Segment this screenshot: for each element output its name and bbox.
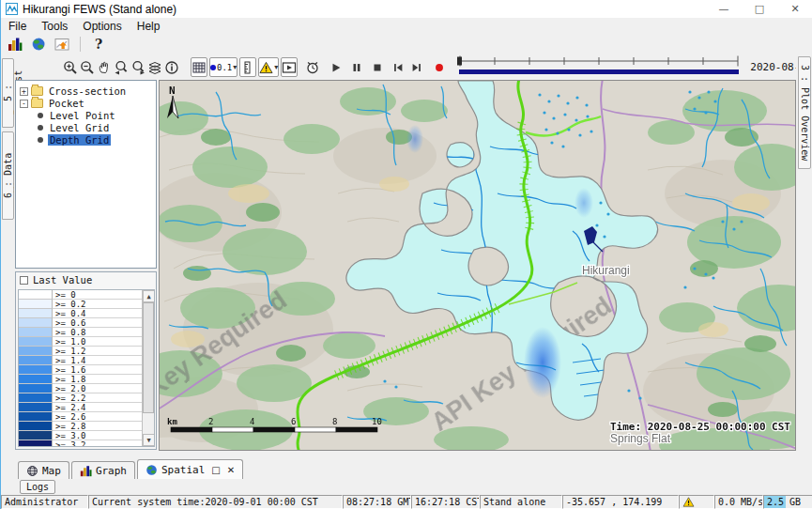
step-forward-button[interactable]	[410, 58, 423, 76]
stop-icon	[371, 61, 384, 74]
help-button[interactable]: ?	[88, 35, 109, 54]
layers-icon	[147, 60, 162, 75]
color-swatch	[19, 337, 53, 347]
color-swatch	[19, 365, 53, 375]
color-swatch	[19, 347, 53, 356]
logs-row: Logs	[1, 479, 812, 495]
status-bar: Administrator Current system time:2020-0…	[1, 495, 812, 509]
menu-help[interactable]: Help	[130, 19, 168, 34]
legend-row[interactable]: >= 1.6	[19, 365, 154, 375]
expand-icon[interactable]: +	[20, 87, 28, 96]
scroll-up-icon[interactable]: ▲	[143, 290, 155, 302]
pan-button[interactable]	[97, 58, 112, 76]
step-backward-button[interactable]	[391, 58, 405, 76]
app-window: Hikurangi FEWS (Stand alone) — □ ✕ File …	[0, 0, 812, 509]
legend-row[interactable]: >= 3.0	[19, 431, 154, 440]
globe-icon	[31, 37, 46, 52]
svg-text:4: 4	[250, 417, 254, 426]
pause-button[interactable]	[350, 58, 363, 76]
tab-map[interactable]: Map	[18, 461, 69, 479]
map-canvas[interactable]: API Key Required API Key Required	[159, 80, 796, 451]
threshold-dropdown[interactable]: 0.1 ▾	[209, 57, 237, 77]
play-button[interactable]	[329, 58, 343, 76]
legend-row[interactable]: >= 1.0	[19, 337, 154, 347]
map-display-button[interactable]	[28, 35, 49, 54]
tree-item-cross-section[interactable]: + Cross-section	[20, 85, 156, 97]
legend-row[interactable]: >= 0.6	[19, 318, 154, 328]
ruler-icon	[240, 60, 255, 75]
legend-row[interactable]: >= 0.4	[19, 309, 154, 318]
tab-graph[interactable]: Graph	[71, 461, 135, 479]
pause-icon	[350, 61, 363, 74]
timer-button[interactable]	[305, 58, 320, 76]
grid-icon	[192, 60, 207, 75]
legend-row[interactable]: >= 2.8	[19, 422, 154, 431]
color-swatch	[19, 393, 53, 403]
collapse-icon[interactable]: -	[20, 100, 28, 108]
time-slider[interactable]	[455, 54, 743, 80]
status-warning[interactable]	[679, 495, 714, 509]
warning-icon	[682, 497, 695, 507]
zoom-out-button[interactable]	[80, 58, 95, 76]
tab-spatial[interactable]: Spatial □ ✕	[137, 459, 243, 479]
legend-row[interactable]: >= 2.6	[19, 412, 154, 422]
legend-row[interactable]: >= 2.4	[19, 403, 154, 412]
map-time-label: Time: 2020-08-25 00:00:00 CST	[610, 421, 790, 433]
animation-button[interactable]	[281, 57, 298, 77]
zoom-in-button[interactable]	[63, 58, 78, 76]
scroll-down-icon[interactable]: ▼	[143, 434, 155, 446]
logs-button[interactable]: Logs	[20, 480, 55, 494]
menu-options[interactable]: Options	[75, 19, 129, 34]
close-tab-icon[interactable]: ✕	[227, 465, 235, 475]
restore-tab-icon[interactable]: □	[211, 465, 220, 475]
legend-row[interactable]: >= 2.2	[19, 393, 154, 403]
scroll-thumb[interactable]	[143, 302, 154, 413]
legend-row[interactable]: >= 1.2	[19, 347, 154, 356]
status-memory: 2.5 GB	[763, 495, 812, 509]
time-series-display-button[interactable]	[52, 35, 72, 54]
zoom-next-button[interactable]	[130, 58, 146, 76]
zoom-in-icon	[63, 60, 78, 75]
maximize-button[interactable]: □	[742, 0, 777, 18]
legend-scrollbar[interactable]: ▲ ▼	[142, 290, 154, 446]
menu-file[interactable]: File	[1, 19, 34, 34]
legend-row[interactable]: >= 0.2	[19, 300, 154, 309]
info-button[interactable]	[164, 58, 179, 76]
color-swatch	[19, 422, 53, 431]
color-swatch	[19, 440, 53, 447]
tab-data-viewer[interactable]: 6 : Data Viewer	[2, 131, 14, 220]
legend-list: >= 0 >= 0.2 >= 0.4 >= 0.6 >= 0.8 >= 1.0 …	[18, 289, 155, 447]
left-panel: + Cross-section - Pocket Level Point Lev…	[14, 80, 159, 451]
profile-button[interactable]	[239, 57, 256, 77]
legend-row[interactable]: >= 1.8	[19, 375, 154, 384]
menu-tools[interactable]: Tools	[34, 19, 75, 34]
clock-icon	[305, 60, 320, 75]
legend-row[interactable]: >= 0	[19, 290, 154, 300]
folder-icon	[31, 99, 43, 108]
zoom-previous-button[interactable]	[114, 58, 129, 76]
time-slider-thumb[interactable]	[457, 57, 462, 66]
record-button[interactable]	[433, 58, 446, 76]
status-local-time: 16:27:18 CST	[411, 495, 480, 509]
minimize-button[interactable]: —	[706, 0, 742, 18]
legend-row[interactable]: >= 2.0	[19, 384, 154, 393]
tree-item-level-grid[interactable]: Level Grid	[37, 122, 156, 133]
results-button[interactable]	[5, 35, 25, 54]
legend-row[interactable]: >= 0.8	[19, 328, 154, 337]
tab-forecast[interactable]: 5 : Forecast	[2, 58, 14, 128]
tree-item-level-point[interactable]: Level Point	[37, 110, 156, 121]
town-label: Hikurangi	[582, 264, 630, 277]
close-button[interactable]: ✕	[777, 0, 812, 18]
legend-row[interactable]: >= 1.4	[19, 356, 154, 365]
last-value-checkbox[interactable]	[20, 276, 28, 285]
tree-item-depth-grid[interactable]: Depth Grid	[37, 134, 156, 146]
legend-row[interactable]: >= 3.2	[19, 440, 154, 447]
color-swatch	[19, 431, 53, 440]
tab-plot-overview[interactable]: 3 : Plot Overview	[798, 56, 811, 169]
grid-toggle-button[interactable]	[191, 57, 207, 77]
status-system-time: Current system time:2020-09-01 00:00 CST	[88, 495, 343, 509]
tree-item-pocket[interactable]: - Pocket	[20, 98, 156, 109]
stop-button[interactable]	[371, 58, 384, 76]
thresholds-warning-dropdown[interactable]: ▾	[258, 57, 279, 77]
layers-button[interactable]	[147, 58, 162, 76]
